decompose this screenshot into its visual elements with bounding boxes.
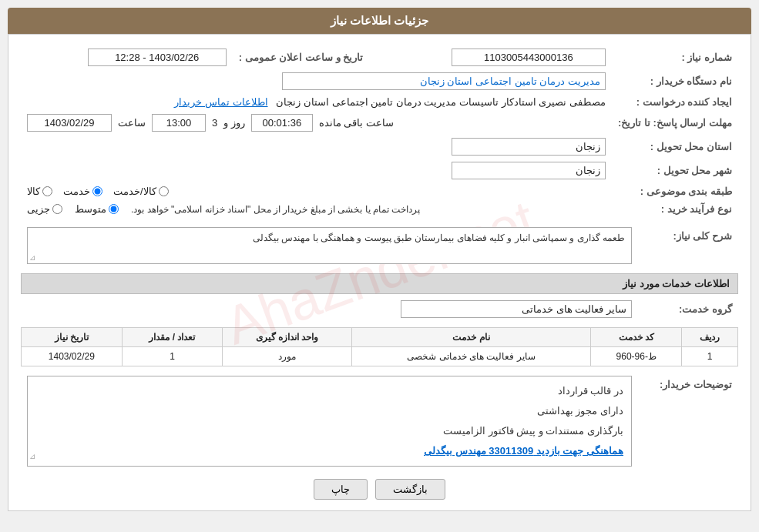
category-row: کالا خدمت کالا/خدمت xyxy=(21,182,612,200)
service-group-value: سایر فعالیت های خدماتی xyxy=(21,297,638,321)
buyer-desc-line1: در قالب قرارداد xyxy=(35,381,623,401)
process-jozi-label: جزیی xyxy=(27,203,50,215)
city-value: زنجان xyxy=(21,159,612,182)
col-name: نام خدمت xyxy=(351,328,591,347)
city-label: شهر محل تحویل : xyxy=(612,159,738,182)
service-group-label: گروه خدمت: xyxy=(638,297,738,321)
col-row: ردیف xyxy=(682,328,738,347)
category-option-kala[interactable]: کالا xyxy=(27,186,52,197)
buyer-resize-icon: ⊿ xyxy=(29,449,35,464)
deadline-day-label: روز و xyxy=(223,117,245,129)
need-description-box: طعمه گذاری و سمپاشی انبار و کلیه فضاهای … xyxy=(27,227,632,264)
col-code: کد خدمت xyxy=(591,328,682,347)
buyer-org-input: مدیریت درمان تامین اجتماعی استان زنجان xyxy=(282,72,606,90)
category-both-label: کالا/خدمت xyxy=(113,186,156,197)
services-table: ردیف کد خدمت نام خدمت واحد اندازه گیری ت… xyxy=(21,327,738,366)
category-label: طبقه بندی موضوعی : xyxy=(612,182,738,200)
category-khedmat-label: خدمت xyxy=(63,186,90,197)
deadline-time: 13:00 xyxy=(152,114,206,132)
category-khedmat-radio[interactable] xyxy=(92,186,102,196)
contact-link[interactable]: اطلاعات تماس خریدار xyxy=(174,96,267,108)
service-group-table: گروه خدمت: سایر فعالیت های خدماتی xyxy=(21,297,738,321)
buyer-desc-table: توضیحات خریدار: در قالب قرارداد دارای مج… xyxy=(21,373,738,470)
services-section-header: اطلاعات خدمات مورد نیاز xyxy=(21,273,738,294)
buyer-desc-cell: در قالب قرارداد دارای مجوز بهداشتی بارگذ… xyxy=(21,373,638,470)
deadline-remaining-label: ساعت باقی مانده xyxy=(319,117,394,129)
announce-date-input: 1403/02/26 - 12:28 xyxy=(88,49,227,66)
basic-info-table: شماره نیاز : 1103005443000136 تاریخ و سا… xyxy=(21,45,738,218)
cell-code: ط-96-960 xyxy=(591,347,682,366)
city-input: زنجان xyxy=(452,162,606,179)
need-desc-table: شرح کلی نیاز: طعمه گذاری و سمپاشی انبار … xyxy=(21,224,738,267)
province-value: زنجان xyxy=(21,135,612,159)
category-kala-label: کالا xyxy=(27,186,40,197)
announce-date-value: 1403/02/26 - 12:28 xyxy=(21,45,233,69)
cell-quantity: 1 xyxy=(122,347,223,366)
buttons-row: بازگشت چاپ xyxy=(21,479,738,500)
buyer-desc-box: در قالب قرارداد دارای مجوز بهداشتی بارگذ… xyxy=(27,376,632,467)
process-row: جزیی متوسط پرداخت تمام یا بخشی از مبلغ خ… xyxy=(21,200,612,218)
announce-date-label: تاریخ و ساعت اعلان عمومی : xyxy=(233,45,378,69)
process-motavasset-radio[interactable] xyxy=(109,204,119,214)
deadline-date: 1403/02/29 xyxy=(27,114,112,132)
col-unit: واحد اندازه گیری xyxy=(223,328,351,347)
need-desc-label: شرح کلی نیاز: xyxy=(638,224,738,267)
buyer-org-label: نام دستگاه خریدار : xyxy=(612,69,738,93)
table-row: 1ط-96-960سایر فعالیت های خدماتی شخصیمورد… xyxy=(22,347,738,366)
back-button[interactable]: بازگشت xyxy=(375,479,445,500)
process-option-jozi[interactable]: جزیی xyxy=(27,203,62,215)
buyer-desc-line3: بارگذاری مستندات و پیش فاکتور الزامیست xyxy=(35,421,623,441)
category-option-both[interactable]: کالا/خدمت xyxy=(113,186,169,197)
province-label: استان محل تحویل : xyxy=(612,135,738,159)
process-jozi-radio[interactable] xyxy=(52,204,62,214)
requester-value: مصطفی نصیری استادکار تاسیسات مدیریت درما… xyxy=(21,93,612,111)
need-number-label: شماره نیاز : xyxy=(612,45,738,69)
need-description-text: طعمه گذاری و سمپاشی انبار و کلیه فضاهای … xyxy=(253,233,625,243)
need-number-value: 1103005443000136 xyxy=(378,45,612,69)
cell-unit: مورد xyxy=(223,347,351,366)
deadline-time-label: ساعت xyxy=(118,117,146,129)
process-label: نوع فرآیند خرید : xyxy=(612,200,738,218)
buyer-org-value: مدیریت درمان تامین اجتماعی استان زنجان xyxy=(21,69,612,93)
print-button[interactable]: چاپ xyxy=(314,479,368,500)
buyer-desc-link[interactable]: هماهنگی جهت بازدید 33011309 مهندس بیگدلی xyxy=(424,445,623,457)
need-desc-cell: طعمه گذاری و سمپاشی انبار و کلیه فضاهای … xyxy=(21,224,638,267)
process-option-motavasset[interactable]: متوسط xyxy=(75,203,119,215)
category-both-radio[interactable] xyxy=(159,186,169,196)
buyer-desc-line4: هماهنگی جهت بازدید 33011309 مهندس بیگدلی xyxy=(35,441,623,461)
category-option-khedmat[interactable]: خدمت xyxy=(63,186,102,197)
process-note: پرداخت تمام یا بخشی از مبلغ خریدار از مح… xyxy=(131,204,420,215)
deadline-remaining: 00:01:36 xyxy=(251,114,313,132)
province-input: زنجان xyxy=(452,138,606,156)
deadline-label: مهلت ارسال پاسخ: تا تاریخ: xyxy=(612,111,738,135)
page-header: جزئیات اطلاعات نیاز xyxy=(8,8,751,34)
process-motavasset-label: متوسط xyxy=(75,203,106,215)
cell-name: سایر فعالیت های خدماتی شخصی xyxy=(351,347,591,366)
resize-icon: ⊿ xyxy=(29,253,35,262)
deadline-days-num: 3 xyxy=(212,117,217,129)
buyer-desc-line2: دارای مجوز بهداشتی xyxy=(35,401,623,421)
deadline-row: 1403/02/29 ساعت 13:00 3 روز و 00:01:36 س… xyxy=(21,111,612,135)
requester-label: ایجاد کننده درخواست : xyxy=(612,93,738,111)
col-qty: تعداد / مقدار xyxy=(122,328,223,347)
service-group-input: سایر فعالیت های خدماتی xyxy=(401,300,632,318)
col-date: تاریخ نیاز xyxy=(22,328,123,347)
requester-text: مصطفی نصیری استادکار تاسیسات مدیریت درما… xyxy=(276,96,606,108)
cell-date: 1403/02/29 xyxy=(22,347,123,366)
buyer-desc-label: توضیحات خریدار: xyxy=(638,373,738,470)
cell-row: 1 xyxy=(682,347,738,366)
category-kala-radio[interactable] xyxy=(42,186,52,196)
need-number-input: 1103005443000136 xyxy=(452,49,606,66)
page-title: جزئیات اطلاعات نیاز xyxy=(331,14,428,27)
